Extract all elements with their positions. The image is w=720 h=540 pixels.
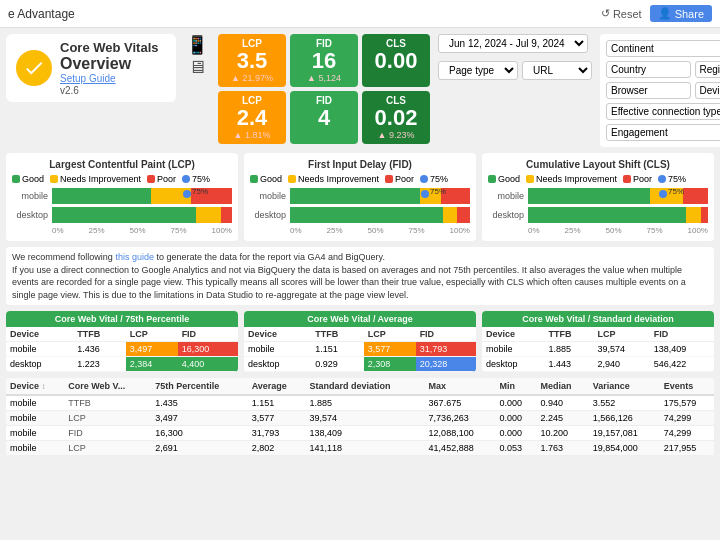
url-select[interactable]: URL [522,61,592,80]
mobile-icon: 📱 [186,36,208,54]
logo-box: Core Web Vitals Overview Setup Guide v2.… [6,34,176,102]
app-title: e Advantage [8,7,75,21]
data-table-section: Device ↕ Core Web V... 75th Percentile A… [6,378,714,456]
device-icons: 📱 🖥 [184,34,210,78]
connection-filter[interactable]: Effective connection type [606,103,720,120]
lcp-mobile-bar: mobile 75% [12,188,232,204]
sd-table-box: Core Web Vital / Standard deviation Devi… [482,311,714,372]
th-median: Median [536,378,588,395]
table-row: mobile 1.436 3,497 16,300 [6,342,238,357]
desktop-icon: 🖥 [188,58,206,76]
metrics-row-2: LCP 2.4 ▲ 1.81% FID 4 CLS 0.02 ▲ 9.23% [218,91,430,144]
th-sd: Standard deviation [305,378,424,395]
fid-chart-area: mobile 75% desktop [250,188,470,235]
fid-mobile-dot [421,190,429,198]
browser-device-row: Browser Device [606,82,720,99]
charts-section: Largest Contentful Paint (LCP) Good Need… [6,153,714,241]
reset-icon: ↺ [601,7,610,20]
cls-chart-area: mobile 75% desktop [488,188,708,235]
continent-filter[interactable]: Continent [606,40,720,57]
fid-desktop-bar: desktop [250,207,470,223]
top-bar: e Advantage ↺ Reset 👤 Share [0,0,720,28]
th-avg: Average [248,378,306,395]
th-metric[interactable]: Core Web V... [64,378,151,395]
logo-version: v2.6 [60,85,79,96]
logo-text: Core Web Vitals Overview Setup Guide v2.… [60,40,159,96]
lcp-card-2: LCP 2.4 ▲ 1.81% [218,91,286,144]
logo-subtitle: Overview [60,55,159,73]
cls-desktop-bar: desktop [488,207,708,223]
avg-table-box: Core Web Vital / Average Device TTFB LCP… [244,311,476,372]
p75-table: Device TTFB LCP FID mobile 1.436 3,497 1… [6,327,238,372]
lcp-mobile-dot [183,190,191,198]
th-p75: 75th Percentile [151,378,247,395]
table-row: mobile TTFB 1.435 1.151 1.885 367.675 0.… [6,395,714,411]
table-row: mobile 1.151 3,577 31,793 [244,342,476,357]
cls-mobile-dot [659,190,667,198]
avg-table: Device TTFB LCP FID mobile 1.151 3,577 3… [244,327,476,372]
data-table: Device ↕ Core Web V... 75th Percentile A… [6,378,714,456]
fid-axis: 0%25%50%75%100% [250,226,470,235]
lcp-desktop-bar: desktop [12,207,232,223]
info-text: We recommend following this guide to gen… [6,247,714,305]
share-icon: 👤 [658,7,672,20]
fid-chart: First Input Delay (FID) Good Needs Impro… [244,153,476,241]
browser-filter[interactable]: Browser [606,82,691,99]
cls-chart: Cumulative Layout Shift (CLS) Good Needs… [482,153,714,241]
reset-button[interactable]: ↺ Reset [601,7,642,20]
metrics-row-1: LCP 3.5 ▲ 21.97% FID 16 ▲ 5,124 CLS 0.00 [218,34,430,87]
share-button[interactable]: 👤 Share [650,5,712,22]
top-bar-actions: ↺ Reset 👤 Share [601,5,712,22]
country-region-row: Country Region [606,61,720,78]
guide-link[interactable]: this guide [115,252,154,262]
filters-panel: Continent Country Region Browser Device [600,34,720,147]
th-max: Max [425,378,496,395]
table-row: mobile 1.885 39,574 138,409 [482,342,714,357]
fid-mobile-bar: mobile 75% [250,188,470,204]
th-device[interactable]: Device ↕ [6,378,64,395]
table-row: desktop 1.223 2,384 4,400 [6,357,238,372]
lcp-card-1: LCP 3.5 ▲ 21.97% [218,34,286,87]
table-row: desktop 0.929 2,308 20,328 [244,357,476,372]
date-filter-row: Jun 12, 2024 - Jul 9, 2024 [438,34,592,53]
setup-guide-link[interactable]: Setup Guide [60,73,159,84]
fid-card-1: FID 16 ▲ 5,124 [290,34,358,87]
th-events: Events [660,378,714,395]
device-filter[interactable]: Device [695,82,721,99]
lcp-axis: 0%25%50%75%100% [12,226,232,235]
content-area: Core Web Vitals Overview Setup Guide v2.… [0,28,720,540]
th-variance: Variance [589,378,660,395]
cls-mobile-bar: mobile 75% [488,188,708,204]
country-filter[interactable]: Country [606,61,691,78]
cls-legend: Good Needs Improvement Poor 75% [488,174,708,184]
lcp-chart: Largest Contentful Paint (LCP) Good Need… [6,153,238,241]
cls-card-1: CLS 0.00 [362,34,430,87]
th-min: Min [496,378,537,395]
engagement-filter[interactable]: Engagement [606,124,720,141]
table-row: mobile FID 16,300 31,793 138,409 12,088,… [6,426,714,441]
logo-title: Core Web Vitals [60,40,159,55]
logo-icon [16,50,52,86]
date-filter-area: Jun 12, 2024 - Jul 9, 2024 Page type URL [438,34,592,84]
table-row: mobile LCP 3,497 3,577 39,574 7,736,263 … [6,411,714,426]
metrics-group: LCP 3.5 ▲ 21.97% FID 16 ▲ 5,124 CLS 0.00 [218,34,430,144]
cls-axis: 0%25%50%75%100% [488,226,708,235]
table-row: desktop 1.443 2,940 546,422 [482,357,714,372]
date-range-select[interactable]: Jun 12, 2024 - Jul 9, 2024 [438,34,588,53]
mini-tables-section: Core Web Vital / 75th Percentile Device … [6,311,714,372]
cls-card-2: CLS 0.02 ▲ 9.23% [362,91,430,144]
header-section: Core Web Vitals Overview Setup Guide v2.… [6,34,714,147]
lcp-chart-area: mobile 75% desktop [12,188,232,235]
fid-legend: Good Needs Improvement Poor 75% [250,174,470,184]
table-row: mobile LCP 2,691 2,802 141,118 41,452,88… [6,441,714,456]
page-filter-row: Page type URL [438,61,592,80]
region-filter[interactable]: Region [695,61,721,78]
p75-table-box: Core Web Vital / 75th Percentile Device … [6,311,238,372]
lcp-legend: Good Needs Improvement Poor 75% [12,174,232,184]
main-content: Core Web Vitals Overview Setup Guide v2.… [0,28,720,540]
sd-table: Device TTFB LCP FID mobile 1.885 39,574 … [482,327,714,372]
page-type-select[interactable]: Page type [438,61,518,80]
fid-card-2: FID 4 [290,91,358,144]
